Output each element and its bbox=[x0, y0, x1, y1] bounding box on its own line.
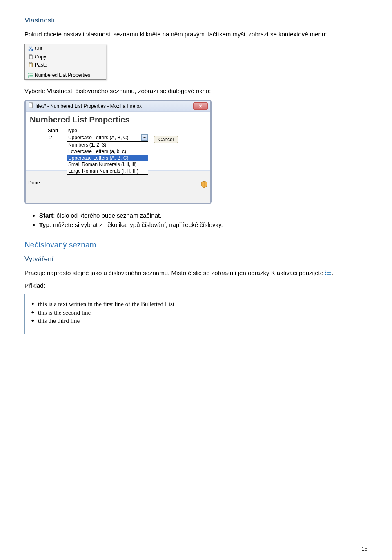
ctx-item-cut[interactable]: Cut bbox=[25, 44, 106, 53]
dialog-title-text: file:// - Numbered List Properties - Moz… bbox=[36, 103, 193, 109]
necislovany-text-b: . bbox=[332, 269, 333, 276]
type-dropdown-list: Numbers (1, 2, 3) Lowercase Letters (a, … bbox=[67, 141, 148, 175]
start-bold: Start bbox=[39, 212, 53, 219]
shield-icon bbox=[200, 181, 208, 188]
combobox-arrow[interactable] bbox=[141, 134, 148, 141]
example-list-item: this is a text written in the first line… bbox=[38, 300, 216, 308]
ctx-label-copy: Copy bbox=[35, 54, 46, 60]
close-button[interactable] bbox=[193, 102, 208, 110]
priklad-label: Příklad: bbox=[24, 282, 368, 290]
ctx-separator bbox=[25, 70, 106, 70]
svg-rect-5 bbox=[29, 62, 31, 64]
necislovany-text-a: Pracuje naprosto stejně jako u číslované… bbox=[24, 269, 325, 276]
properties-bullet-list: Start: číslo od kterého bude seznam začí… bbox=[39, 211, 368, 229]
ctx-label-cut: Cut bbox=[35, 46, 42, 51]
paragraph-necislovany: Pracuje naprosto stejně jako u číslované… bbox=[24, 269, 368, 278]
typ-bold: Typ bbox=[39, 221, 50, 228]
list-item: Start: číslo od kterého bude seznam začí… bbox=[39, 211, 368, 220]
example-list-item: this is the second line bbox=[38, 309, 216, 317]
type-option[interactable]: Numbers (1, 2, 3) bbox=[67, 142, 148, 148]
paste-icon bbox=[27, 62, 35, 68]
dialog-statusbar: Done bbox=[26, 170, 210, 203]
svg-rect-3 bbox=[29, 56, 32, 59]
section-heading-necislovany: Nečíslovaný seznam bbox=[24, 240, 368, 249]
type-option[interactable]: Uppercase Letters (A, B, C) bbox=[67, 155, 148, 161]
bulleted-list-example: this is a text written in the first line… bbox=[24, 294, 220, 334]
type-option[interactable]: Lowercase Letters (a, b, c) bbox=[67, 148, 148, 155]
type-label: Type bbox=[67, 128, 148, 133]
dialog-heading: Numbered List Properties bbox=[26, 112, 210, 126]
type-option[interactable]: Large Roman Numerals (I, II, III) bbox=[67, 168, 148, 174]
start-input[interactable] bbox=[48, 134, 62, 141]
type-option[interactable]: Small Roman Numerals (i, ii, iii) bbox=[67, 161, 148, 168]
example-list-item: this the third line bbox=[38, 317, 216, 325]
ctx-item-copy[interactable]: Copy bbox=[25, 53, 106, 61]
section-heading-vytvareni: Vytváření bbox=[24, 255, 368, 263]
type-combobox[interactable]: Uppercase Letters (A, B, C) bbox=[67, 134, 148, 141]
page-number: 15 bbox=[362, 546, 368, 552]
numbered-list-properties-dialog: file:// - Numbered List Properties - Moz… bbox=[24, 100, 212, 204]
paragraph-intro: Pokud chcete nastavit vlastnosti seznamu… bbox=[24, 30, 368, 38]
bulleted-list-icon bbox=[325, 269, 332, 278]
type-selected-value: Uppercase Letters (A, B, C) bbox=[68, 135, 128, 140]
ctx-label-numbered-props: Numbered List Properties bbox=[35, 72, 90, 78]
svg-point-0 bbox=[29, 49, 30, 51]
section-heading-vlastnosti: Vlastnosti bbox=[24, 16, 368, 24]
typ-desc: : můžete si vybrat z několika typů číslo… bbox=[50, 221, 223, 228]
close-icon bbox=[198, 104, 203, 108]
svg-rect-13 bbox=[29, 103, 33, 108]
firefox-page-icon bbox=[28, 102, 34, 109]
svg-rect-6 bbox=[29, 64, 31, 67]
svg-point-15 bbox=[325, 272, 326, 273]
status-done-text: Done bbox=[28, 180, 40, 186]
svg-point-16 bbox=[325, 274, 326, 275]
cancel-button[interactable]: Cancel bbox=[154, 136, 178, 143]
copy-icon bbox=[27, 54, 35, 60]
svg-point-1 bbox=[31, 49, 33, 51]
ctx-item-numbered-props[interactable]: 123 Numbered List Properties bbox=[25, 71, 106, 79]
start-desc: : číslo od kterého bude seznam začínat. bbox=[53, 212, 161, 219]
ctx-label-paste: Paste bbox=[35, 62, 47, 68]
svg-text:3: 3 bbox=[28, 76, 29, 78]
svg-point-14 bbox=[325, 271, 326, 271]
paragraph-select-props: Vyberte Vlastnosti číslovaného seznamu, … bbox=[24, 87, 368, 95]
cut-icon bbox=[27, 46, 35, 51]
start-label: Start bbox=[48, 128, 62, 133]
context-menu: Cut Copy Paste 123 Numbered List Propert… bbox=[24, 44, 106, 80]
dialog-titlebar: file:// - Numbered List Properties - Moz… bbox=[26, 101, 210, 112]
numbered-list-icon: 123 bbox=[27, 72, 35, 78]
ctx-item-paste[interactable]: Paste bbox=[25, 61, 106, 69]
list-item: Typ: můžete si vybrat z několika typů čí… bbox=[39, 221, 368, 229]
